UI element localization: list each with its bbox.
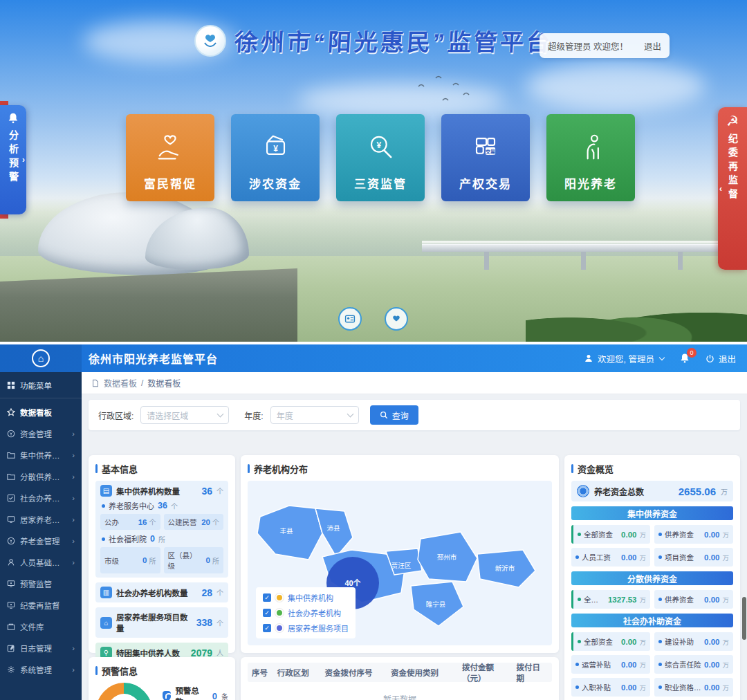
filter-bar: 行政区域: 请选择区域 年度: 年度 查询 bbox=[89, 400, 740, 430]
id-card-icon bbox=[344, 313, 356, 324]
dashboard: ⌂ 徐州市阳光养老监管平台 欢迎您, 管理员 0 bbox=[0, 344, 747, 700]
stat-cell: 区（县）级 0 所 bbox=[164, 547, 224, 573]
marker-green-icon bbox=[275, 609, 284, 617]
bridge bbox=[422, 241, 747, 243]
bridge-pier bbox=[678, 252, 683, 270]
notifications-button[interactable]: 0 bbox=[679, 353, 690, 364]
marker-yellow-icon bbox=[275, 593, 284, 602]
section-header: 集中供养资金 bbox=[571, 506, 733, 520]
svg-text:沛县: 沛县 bbox=[326, 524, 340, 532]
bell-icon bbox=[7, 112, 19, 125]
sidebar-item-home-service[interactable]: 居家养老服务项目› bbox=[0, 508, 82, 530]
sidebar-item-fund-mgmt[interactable]: 资金管理› bbox=[0, 423, 82, 444]
waterfront-plaza bbox=[0, 268, 297, 342]
tile-shenong-zijin[interactable]: ¥ 涉农资金 bbox=[231, 114, 320, 201]
money-icon bbox=[7, 537, 15, 545]
jiwei-supervision-tab[interactable]: ☭ 纪委再监督 ‹ bbox=[718, 107, 747, 270]
user-menu[interactable]: 欢迎您, 管理员 bbox=[584, 352, 664, 365]
svg-text:¥: ¥ bbox=[377, 140, 382, 150]
legend-central-org[interactable]: ✓ 集中供养机构 bbox=[263, 592, 349, 603]
bridge bbox=[422, 243, 747, 252]
main-content: 数据看板 / 数据看板 行政区域: 请选择区域 年度: 年度 查询 基本信息 bbox=[82, 372, 747, 700]
panel-title: 预警信息 bbox=[95, 664, 228, 677]
scrollbar-thumb[interactable] bbox=[742, 597, 746, 640]
sidebar-item-data-board[interactable]: 数据看板 bbox=[0, 401, 82, 423]
region-select[interactable]: 请选择区域 bbox=[140, 406, 229, 424]
edit-icon bbox=[7, 644, 15, 652]
panel-title: 养老机构分布 bbox=[248, 462, 552, 475]
tile-sanzi-jianguan[interactable]: ¥ 三资监管 bbox=[336, 114, 425, 201]
document-icon bbox=[91, 379, 100, 387]
analysis-warning-tab[interactable]: 分析预警 › bbox=[0, 105, 26, 214]
id-card-shortcut[interactable] bbox=[338, 307, 362, 331]
blocks-trade-icon: 交易 bbox=[468, 129, 504, 165]
legend-social-org[interactable]: ✓ 社会办养老机构 bbox=[263, 607, 349, 618]
welcome-user: 欢迎您, 管理员 bbox=[598, 352, 654, 365]
sidebar-item-social-org[interactable]: 社会办养老机构› bbox=[0, 487, 82, 508]
svg-text:丰县: 丰县 bbox=[279, 527, 293, 535]
portal-title: 徐州市“阳光惠民”监管平台 bbox=[234, 24, 554, 57]
year-select[interactable]: 年度 bbox=[270, 406, 359, 424]
year-filter-label: 年度: bbox=[244, 409, 263, 421]
building-icon: ▥ bbox=[100, 587, 112, 598]
bell-blue-icon bbox=[163, 691, 172, 700]
svg-text:邳州市: 邳州市 bbox=[437, 553, 457, 561]
folder-icon bbox=[7, 451, 15, 459]
fund-cell: 全部资金0.00万 bbox=[571, 632, 650, 651]
sidebar-item-warning-supervision[interactable]: 预警监管 bbox=[0, 573, 82, 594]
target-icon bbox=[577, 485, 589, 497]
total-funds-row: 养老资金总数 2655.06 万 bbox=[571, 481, 733, 501]
sidebar-item-file-library[interactable]: 文件库 bbox=[0, 616, 82, 637]
wallet-yuan-icon: ¥ bbox=[257, 129, 293, 165]
legend-home-service[interactable]: ✓ 居家养老服务项目 bbox=[263, 623, 349, 634]
user-icon bbox=[584, 353, 593, 363]
portal-logo-icon bbox=[194, 25, 226, 57]
search-icon bbox=[380, 411, 388, 419]
svg-text:交易: 交易 bbox=[486, 149, 495, 155]
tile-label: 富民帮促 bbox=[144, 174, 196, 192]
svg-text:40个: 40个 bbox=[344, 578, 361, 587]
table-header-row: 序号 行政区划 资金拨付序号 资金使用类别 拨付金额（元） 拨付日期 bbox=[248, 663, 552, 682]
star-icon bbox=[7, 408, 15, 416]
sidebar-item-log-mgmt[interactable]: 日志管理› bbox=[0, 637, 82, 658]
central-org-card: ▤ 集中供养机构数量 36 个 养老服务中心 36 个 公办 16 个 bbox=[95, 481, 228, 578]
breadcrumb-root[interactable]: 数据看板 bbox=[104, 377, 137, 389]
grid-icon bbox=[7, 381, 15, 389]
sidebar-item-system-mgmt[interactable]: 系统管理› bbox=[0, 658, 82, 680]
tab-label: 纪委再监督 bbox=[726, 133, 739, 203]
fund-cell: 运营补贴0.00万 bbox=[571, 655, 650, 674]
bridge-pier bbox=[484, 252, 489, 270]
sidebar-item-jiwei-supervision[interactable]: 纪委再监督 bbox=[0, 594, 82, 616]
warning-total-row: 预警总数 0 条 bbox=[163, 685, 228, 700]
gear-icon bbox=[7, 665, 15, 674]
heart-care-shortcut[interactable] bbox=[385, 307, 408, 331]
monitor-icon bbox=[7, 515, 15, 524]
building-icon: ▤ bbox=[100, 485, 112, 497]
checkbox-checked-icon: ✓ bbox=[263, 609, 271, 617]
svg-text:新沂市: 新沂市 bbox=[495, 564, 515, 572]
logout-button[interactable]: 退出 bbox=[706, 352, 736, 365]
dashboard-title: 徐州市阳光养老监管平台 bbox=[89, 350, 218, 367]
monitor-alert-icon bbox=[7, 601, 15, 609]
doc-check-icon bbox=[7, 494, 15, 502]
logout-link[interactable]: 退出 bbox=[644, 39, 661, 53]
home-logo-icon: ⌂ bbox=[32, 349, 50, 367]
chevron-down-icon bbox=[659, 354, 665, 360]
sidebar-item-central-fund[interactable]: 集中供养资金› bbox=[0, 444, 82, 466]
sidebar-item-scattered-fund[interactable]: 分散供养资金› bbox=[0, 466, 82, 487]
warning-info-panel: 预警信息 预警总数 0 条 已处理 0 条 bbox=[89, 657, 235, 700]
birds bbox=[415, 73, 477, 107]
tile-yangguang-yanglao[interactable]: 阳光养老 bbox=[546, 114, 635, 201]
tile-chanquan-jiaoyi[interactable]: 交易 产权交易 bbox=[441, 114, 530, 201]
elder-person-icon bbox=[573, 129, 609, 165]
tile-fumin-bangcu[interactable]: 富民帮促 bbox=[126, 114, 214, 201]
sidebar-item-pension-mgmt[interactable]: 养老金管理› bbox=[0, 530, 82, 551]
chevron-down-icon bbox=[347, 411, 353, 418]
chevron-right-icon: › bbox=[22, 155, 25, 165]
sidebar-item-function-menu[interactable]: 功能菜单 bbox=[0, 372, 82, 398]
money-icon bbox=[7, 430, 15, 438]
fund-cell: 建设补助0.00万 bbox=[654, 632, 733, 651]
search-button[interactable]: 查询 bbox=[370, 405, 418, 425]
sidebar-item-personnel-info[interactable]: 人员基础信息› bbox=[0, 551, 82, 573]
home-service-card: ⌂ 居家养老服务项目数量 338 个 bbox=[95, 607, 228, 638]
